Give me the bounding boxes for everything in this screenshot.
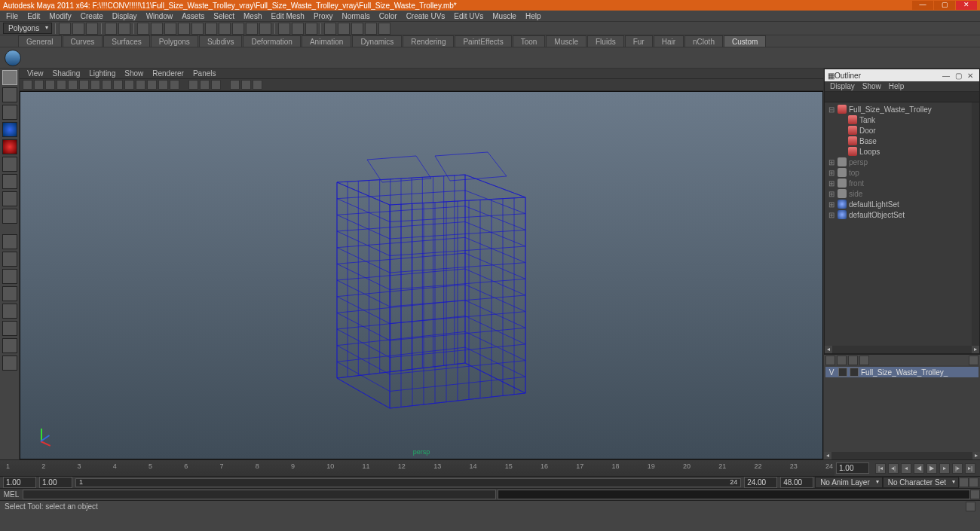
vp-bookmark-icon[interactable]: [34, 80, 44, 90]
quick-layout-icon[interactable]: [338, 23, 350, 35]
undo-icon[interactable]: [105, 23, 117, 35]
vpmenu-shading[interactable]: Shading: [50, 69, 84, 78]
scale-icon[interactable]: [205, 23, 217, 35]
shelf-tab-toon[interactable]: Toon: [513, 35, 546, 47]
outliner-min-button[interactable]: —: [940, 72, 952, 80]
two-side-icon[interactable]: [2, 286, 17, 301]
playback-start-field[interactable]: [39, 477, 72, 488]
shelf-tab-dynamics[interactable]: Dynamics: [352, 35, 402, 47]
vpmenu-view[interactable]: View: [24, 69, 47, 78]
lasso-icon[interactable]: [151, 23, 163, 35]
menu-color[interactable]: Color: [375, 12, 401, 20]
vp-isolate-icon[interactable]: [188, 80, 198, 90]
prefs-icon[interactable]: [969, 478, 978, 487]
outliner-item[interactable]: Base: [826, 136, 978, 146]
snap-grid-icon[interactable]: [219, 23, 231, 35]
shelf-tab-ncloth[interactable]: nCloth: [684, 35, 723, 47]
select-icon[interactable]: [137, 23, 149, 35]
menu-create-uvs[interactable]: Create UVs: [403, 12, 449, 20]
outliner-max-button[interactable]: ▢: [952, 72, 964, 80]
shelf-tab-painteffects[interactable]: PaintEffects: [455, 35, 511, 47]
vpmenu-renderer[interactable]: Renderer: [149, 69, 187, 78]
shelf-tab-fluids[interactable]: Fluids: [587, 35, 624, 47]
menu-select[interactable]: Select: [210, 12, 238, 20]
minimize-button[interactable]: —: [912, 1, 933, 10]
menu-create[interactable]: Create: [77, 12, 107, 20]
layer-vis[interactable]: V: [827, 368, 836, 377]
panel2-icon[interactable]: [365, 23, 377, 35]
vp-light-icon[interactable]: [147, 80, 157, 90]
range-end-field[interactable]: [780, 477, 813, 488]
vpmenu-lighting[interactable]: Lighting: [86, 69, 118, 78]
vp-safe-title-icon[interactable]: [102, 80, 112, 90]
menu-assets[interactable]: Assets: [178, 12, 208, 20]
menu-normals[interactable]: Normals: [338, 12, 374, 20]
paint-select-icon[interactable]: [164, 23, 176, 35]
paint-tool[interactable]: [2, 105, 17, 120]
outliner-close-button[interactable]: ✕: [964, 72, 976, 80]
open-scene-icon[interactable]: [72, 23, 84, 35]
vp-res-gate-icon[interactable]: [79, 80, 89, 90]
shelf-tab-subdivs[interactable]: Subdivs: [199, 35, 243, 47]
mode-dropdown[interactable]: Polygons: [3, 23, 52, 34]
shelf-tab-polygons[interactable]: Polygons: [151, 35, 198, 47]
viewport-menubar[interactable]: ViewShadingLightingShowRendererPanels: [20, 69, 823, 79]
outliner-search[interactable]: [825, 92, 979, 102]
layer-add-icon[interactable]: [969, 356, 978, 365]
outliner-item[interactable]: Tank: [826, 114, 978, 125]
outliner-hscroll[interactable]: ◂▸: [825, 346, 979, 353]
snap-point-icon[interactable]: [246, 23, 258, 35]
menu-help[interactable]: Help: [522, 12, 545, 20]
save-scene-icon[interactable]: [86, 23, 98, 35]
panel1-icon[interactable]: [351, 23, 363, 35]
next-key-button[interactable]: |▸: [952, 463, 963, 474]
shelf-tab-muscle[interactable]: Muscle: [546, 35, 586, 47]
outliner-tree[interactable]: ⊟Full_Size_Waste_TrolleyTankDoorBaseLoop…: [825, 102, 979, 346]
current-frame-field[interactable]: [836, 462, 869, 474]
menu-window[interactable]: Window: [142, 12, 177, 20]
shelf-tab-fur[interactable]: Fur: [625, 35, 653, 47]
cmd-language-label[interactable]: MEL: [0, 490, 23, 499]
menu-edit[interactable]: Edit: [23, 12, 44, 20]
scale-tool[interactable]: [2, 157, 17, 172]
layer-state-swatch[interactable]: [850, 368, 859, 377]
layer-tool4-icon[interactable]: [859, 356, 869, 365]
vp-film-gate-icon[interactable]: [68, 80, 78, 90]
help-icon[interactable]: [259, 23, 271, 35]
layer-hscroll[interactable]: ◂▸: [824, 452, 980, 459]
layout6-icon[interactable]: [2, 356, 17, 371]
vp-xray-icon[interactable]: [200, 80, 210, 90]
snap-curve-icon[interactable]: [232, 23, 244, 35]
outliner-menu-help[interactable]: Help: [887, 82, 907, 90]
vp-xray-joints-icon[interactable]: [211, 80, 221, 90]
vp-safe-action-icon[interactable]: [90, 80, 100, 90]
outliner-item[interactable]: ⊞top: [826, 167, 978, 178]
go-end-button[interactable]: ▸|: [965, 463, 975, 474]
layer-tool2-icon[interactable]: [837, 356, 847, 365]
outliner-item[interactable]: ⊞defaultObjectSet: [826, 209, 978, 220]
construct-history-icon[interactable]: [324, 23, 336, 35]
vp-image-plane-icon[interactable]: [45, 80, 55, 90]
vp-expose-icon[interactable]: [230, 80, 240, 90]
cmd-input[interactable]: [23, 490, 496, 499]
go-start-button[interactable]: |◂: [875, 463, 886, 474]
select-tool[interactable]: [2, 70, 17, 85]
vp-wireframe-icon[interactable]: [113, 80, 123, 90]
main-menubar[interactable]: FileEditModifyCreateDisplayWindowAssetsS…: [0, 11, 980, 22]
new-scene-icon[interactable]: [59, 23, 71, 35]
soft-mod-tool[interactable]: [2, 191, 17, 206]
perspective-viewport[interactable]: persp: [20, 91, 823, 459]
lasso-tool[interactable]: [2, 87, 17, 102]
layer-tool-icon[interactable]: [825, 356, 835, 365]
shelf-tab-deformation[interactable]: Deformation: [243, 35, 300, 47]
vp-select-camera-icon[interactable]: [23, 80, 32, 90]
redo-icon[interactable]: [118, 23, 130, 35]
menu-muscle[interactable]: Muscle: [488, 12, 520, 20]
play-forward-button[interactable]: ▶: [926, 463, 937, 474]
range-start-field[interactable]: [3, 477, 36, 488]
close-button[interactable]: ✕: [956, 1, 977, 10]
vp-gamma-icon[interactable]: [241, 80, 251, 90]
status-tool-icon[interactable]: [966, 502, 975, 511]
layer-tool3-icon[interactable]: [848, 356, 858, 365]
character-set-dropdown[interactable]: No Character Set: [883, 477, 959, 488]
